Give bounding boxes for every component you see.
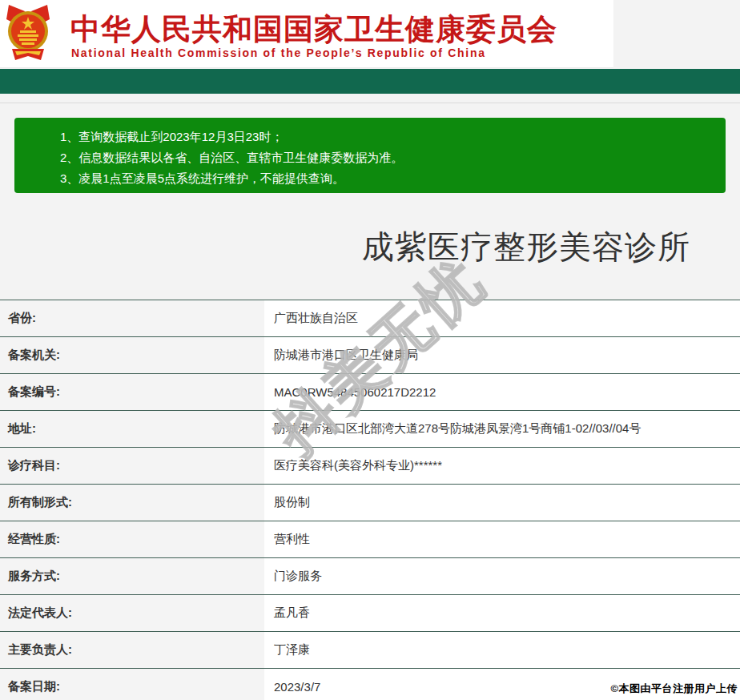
notice-line-2: 2、信息数据结果以各省、自治区、直辖市卫生健康委数据为准。 [60, 147, 718, 168]
field-label: 诊疗科目: [0, 448, 264, 484]
divider-line [0, 103, 740, 103]
upload-credit-badge: ©本图由平台注册用户上传 [610, 682, 738, 696]
field-value: MAC0RW54845060217D2212 [264, 374, 740, 410]
field-label: 备案日期: [0, 669, 264, 700]
field-label: 备案机关: [0, 337, 264, 373]
notice-line-1: 1、查询数据截止到2023年12月3日23时； [60, 127, 718, 147]
field-label: 所有制形式: [0, 485, 264, 521]
field-label: 服务方式: [0, 558, 264, 594]
field-label: 法定代表人: [0, 595, 264, 631]
table-row: 服务方式:门诊服务 [0, 557, 740, 594]
field-label: 地址: [0, 411, 264, 447]
field-label: 主要负责人: [0, 632, 264, 668]
table-row: 所有制形式:股份制 [0, 484, 740, 521]
table-row: 备案编号:MAC0RW54845060217D2212 [0, 373, 740, 410]
record-table: 省份:广西壮族自治区备案机关:防城港市港口区卫生健康局备案编号:MAC0RW54… [0, 300, 740, 700]
field-value: 医疗美容科(美容外科专业)****** [264, 448, 740, 484]
table-row: 主要负责人:丁泽康 [0, 631, 740, 668]
china-national-emblem-icon [6, 4, 50, 63]
field-value: 孟凡香 [264, 595, 740, 631]
field-value: 营利性 [264, 521, 740, 557]
field-label: 经营性质: [0, 521, 264, 557]
field-value: 股份制 [264, 485, 740, 521]
notice-line-3: 3、凌晨1点至凌晨5点系统进行维护，不能提供查询。 [60, 168, 718, 189]
site-title-en: National Health Commission of the People… [71, 46, 486, 59]
notice-box: 1、查询数据截止到2023年12月3日23时； 2、信息数据结果以各省、自治区、… [14, 118, 726, 193]
field-value: 广西壮族自治区 [264, 300, 740, 336]
table-row: 地址:防城港市港口区北部湾大道278号防城港凤景湾1号商铺1-02//03//0… [0, 410, 740, 447]
table-row: 备案机关:防城港市港口区卫生健康局 [0, 336, 740, 373]
site-header: 中华人民共和国国家卫生健康委员会 National Health Commiss… [0, 0, 613, 68]
field-label: 备案编号: [0, 374, 264, 410]
nav-bar [0, 69, 740, 94]
field-value: 防城港市港口区北部湾大道278号防城港凤景湾1号商铺1-02//03//04号 [264, 411, 740, 447]
field-value: 防城港市港口区卫生健康局 [264, 337, 740, 373]
table-row: 诊疗科目:医疗美容科(美容外科专业)****** [0, 447, 740, 484]
site-title-cn: 中华人民共和国国家卫生健康委员会 [70, 10, 557, 50]
field-value: 门诊服务 [264, 558, 740, 594]
nhc-query-page: 中华人民共和国国家卫生健康委员会 National Health Commiss… [0, 0, 740, 700]
table-row: 法定代表人:孟凡香 [0, 594, 740, 631]
field-label: 省份: [0, 300, 264, 336]
table-row: 省份:广西壮族自治区 [0, 300, 740, 336]
table-row: 经营性质:营利性 [0, 521, 740, 557]
field-value: 丁泽康 [264, 632, 740, 668]
clinic-name-title: 成紫医疗整形美容诊所 [362, 225, 690, 269]
